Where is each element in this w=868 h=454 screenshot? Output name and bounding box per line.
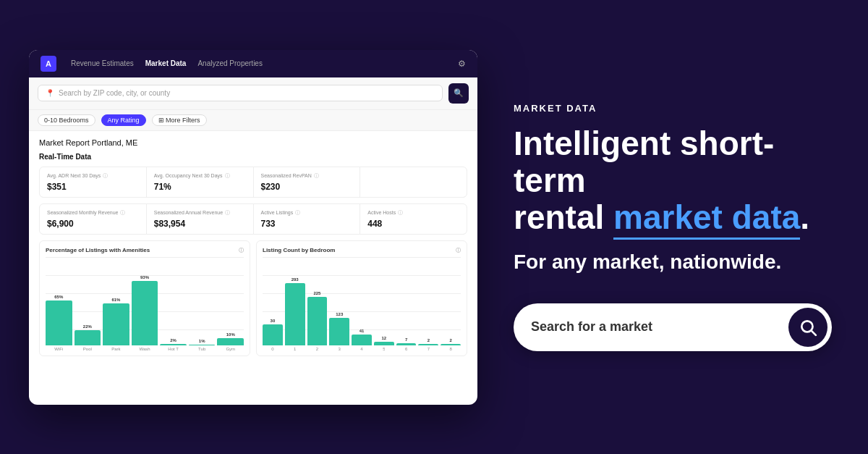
stat-hosts-label: Active Hosts ⓘ (367, 209, 459, 217)
stat-annual-revenue: Seasonalized Annual Revenue ⓘ $83,954 (147, 204, 253, 234)
left-panel: A Revenue Estimates Market Data Analyzed… (0, 0, 492, 454)
bar-label-top: 123 (336, 312, 343, 316)
info-icon-6: ⓘ (295, 209, 300, 217)
bar-label-top: 2 (449, 338, 451, 342)
stat-adr-label: Avg. ADR Next 30 Days ⓘ (47, 172, 139, 180)
bar (396, 343, 417, 345)
bar-group: 10%Gym (217, 332, 244, 351)
nav-bar: A Revenue Estimates Market Data Analyzed… (29, 50, 477, 77)
bar-label-top: 225 (313, 291, 320, 295)
stat-adr: Avg. ADR Next 30 Days ⓘ $351 (40, 167, 146, 197)
bar-group: 28 (441, 338, 461, 351)
bar-label-bottom: 8 (449, 347, 451, 351)
bar (285, 283, 305, 345)
bar-label-bottom: 5 (383, 347, 385, 351)
bar-label-top: 41 (359, 329, 365, 333)
filters-bar: 0-10 Bedrooms Any Rating ⊞ More Filters (29, 110, 477, 131)
bar (46, 300, 72, 345)
info-icon-7: ⓘ (398, 209, 403, 217)
filter-bedrooms[interactable]: 0-10 Bedrooms (38, 114, 95, 126)
info-icon-2: ⓘ (225, 172, 230, 180)
bar-label-top: 65% (54, 295, 63, 299)
stat-active-listings: Active Listings ⓘ 733 (254, 204, 360, 234)
market-data-label: MARKET DATA (514, 103, 832, 114)
bar-label-top: 7 (405, 337, 407, 342)
nav-analyzed-properties[interactable]: Analyzed Properties (197, 59, 263, 67)
bar-label-bottom: 1 (294, 347, 296, 351)
chart-amenities-area: 65%WiFi22%Pool61%Park93%Wash2%Hot T1%Tub… (46, 257, 244, 351)
info-icon-4: ⓘ (120, 209, 125, 217)
bar-group: 414 (352, 329, 372, 350)
bar (329, 318, 349, 345)
bar-group: 2%Hot T (160, 338, 187, 351)
bar-label-top: 93% (140, 275, 149, 279)
chart-bedrooms-title: Listing Count by Bedroom ⓘ (263, 247, 461, 254)
nav-links: Revenue Estimates Market Data Analyzed P… (71, 59, 443, 67)
filter-more[interactable]: ⊞ More Filters (152, 114, 207, 126)
bar-group: 27 (418, 338, 438, 351)
stats-grid-row2: Seasonalized Monthly Revenue ⓘ $6,900 Se… (39, 203, 467, 235)
gear-icon[interactable]: ⚙ (458, 59, 466, 69)
bar-group: 1%Tub (189, 339, 216, 351)
stat-occupancy-label: Avg. Occupancy Next 30 Days ⓘ (154, 172, 246, 180)
bar (132, 281, 158, 345)
app-logo: A (41, 56, 56, 72)
bar-label-bottom: Gym (226, 347, 235, 351)
bar-label-bottom: WiFi (54, 347, 63, 351)
bar-group: 22%Pool (75, 324, 101, 351)
bar-group: 2252 (307, 291, 328, 351)
bar (189, 345, 216, 345)
dashboard-window: A Revenue Estimates Market Data Analyzed… (29, 50, 477, 405)
bar (103, 303, 129, 345)
stat-annual-value: $83,954 (154, 219, 246, 229)
chart-bedrooms-area: 300293122521233414125762728 (263, 257, 461, 351)
bar (263, 324, 283, 345)
search-bar: 📍 Search by ZIP code, city, or county 🔍 (29, 77, 477, 110)
search-input-area[interactable]: 📍 Search by ZIP code, city, or county (38, 85, 443, 101)
stat-monthly-label: Seasonalized Monthly Revenue ⓘ (47, 209, 139, 217)
stat-annual-label: Seasonalized Annual Revenue ⓘ (154, 209, 246, 217)
stat-listings-label: Active Listings ⓘ (261, 209, 353, 217)
stat-occupancy-value: 71% (154, 182, 246, 192)
bar-label-bottom: Park (111, 347, 120, 351)
headline-highlight: market data (613, 198, 800, 240)
bar-group: 125 (374, 336, 394, 351)
bar (352, 335, 372, 345)
content-area: Market Report Portland, ME Real-Time Dat… (29, 131, 477, 363)
bar (160, 344, 187, 345)
info-icon: ⓘ (103, 172, 108, 180)
bar-group: 76 (396, 337, 417, 351)
svg-line-1 (812, 331, 816, 335)
bar-label-top: 2 (427, 338, 430, 342)
nav-market-data[interactable]: Market Data (145, 59, 187, 67)
stat-active-hosts: Active Hosts ⓘ 448 (360, 204, 467, 234)
stat-revpan-value: $230 (261, 182, 353, 192)
location-icon: 📍 (46, 89, 54, 97)
search-button[interactable]: 🔍 (448, 83, 469, 104)
bar-label-top: 22% (83, 324, 92, 329)
bar-group: 65%WiFi (46, 295, 72, 351)
stat-monthly-revenue: Seasonalized Monthly Revenue ⓘ $6,900 (40, 204, 146, 234)
filter-rating[interactable]: Any Rating (101, 114, 146, 126)
stat-listings-value: 733 (261, 219, 353, 229)
market-search-box[interactable] (514, 303, 832, 351)
bar-label-bottom: Pool (83, 347, 92, 351)
stat-occupancy: Avg. Occupancy Next 30 Days ⓘ 71% (147, 167, 253, 197)
bar (307, 297, 328, 345)
bar-group: 1233 (329, 312, 349, 351)
bar-label-bottom: 4 (360, 347, 362, 351)
realtime-section-title: Real-Time Data (39, 153, 467, 161)
market-search-button[interactable] (788, 308, 827, 347)
bar-label-bottom: 6 (405, 347, 407, 351)
right-panel: MARKET DATA Intelligent short-term renta… (492, 0, 868, 454)
bar-group: 93%Wash (132, 275, 158, 350)
bar-label-bottom: 0 (271, 347, 273, 351)
market-report-title: Market Report Portland, ME (39, 138, 467, 147)
bar (374, 342, 394, 345)
bar-label-bottom: Wash (139, 347, 150, 351)
bar (441, 344, 461, 345)
nav-revenue-estimates[interactable]: Revenue Estimates (71, 59, 134, 67)
bar-label-top: 12 (381, 336, 386, 340)
market-search-input[interactable] (531, 319, 780, 335)
info-icon-3: ⓘ (314, 172, 319, 180)
